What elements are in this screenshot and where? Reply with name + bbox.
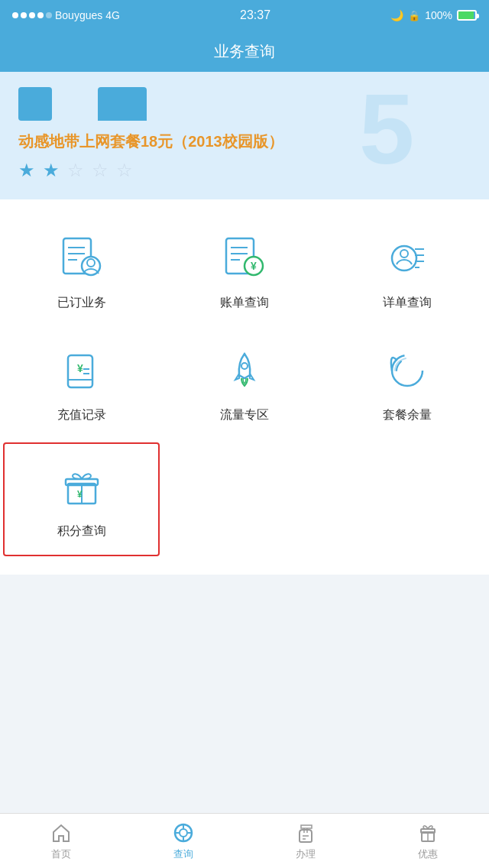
banner-section: 5 动感地带上网套餐18元（2013校园版） ★ ★ ☆ ☆ ☆ — [0, 72, 489, 199]
star-1: ★ — [18, 160, 40, 181]
bill-icon: ¥ — [217, 231, 272, 286]
moon-icon: 🌙 — [390, 9, 403, 21]
subscribed-icon — [54, 231, 109, 286]
tab-item-discount[interactable]: 优惠 — [367, 814, 489, 868]
tab-home-label: 首页 — [51, 847, 71, 861]
recharge-label: 充值记录 — [57, 407, 106, 423]
star-4: ☆ — [92, 160, 113, 181]
grid-item-subscribed[interactable]: 已订业务 — [0, 215, 163, 327]
grid-item-points[interactable]: ¥ 积分查询 — [3, 442, 160, 556]
detail-icon — [380, 231, 435, 286]
star-5: ☆ — [116, 160, 138, 181]
status-bar: Bouygues 4G 23:37 🌙 🔒 100% — [0, 0, 489, 31]
tab-query-label: 查询 — [173, 847, 193, 861]
grid-item-detail[interactable]: 详单查询 — [326, 215, 489, 327]
carrier-label: Bouygues — [55, 9, 102, 21]
banner-icon-2 — [98, 87, 147, 121]
banner-watermark: 5 — [359, 79, 489, 186]
subscribed-label: 已订业务 — [57, 295, 106, 311]
handle-icon — [294, 821, 317, 844]
grid-item-traffic[interactable]: 流量专区 — [163, 327, 325, 439]
discount-icon — [416, 821, 439, 844]
package-icon — [380, 343, 435, 398]
tab-handle-label: 办理 — [296, 847, 316, 861]
grid-section: 已订业务 ¥ 账单查询 — [0, 199, 489, 575]
banner-icon-1 — [18, 87, 52, 121]
page-title: 业务查询 — [214, 41, 275, 62]
signal-dots — [12, 12, 52, 18]
svg-point-13 — [400, 250, 408, 257]
bill-label: 账单查询 — [220, 295, 269, 311]
star-2: ★ — [43, 160, 64, 181]
traffic-label: 流量专区 — [220, 407, 269, 423]
svg-point-23 — [241, 363, 248, 369]
points-label: 积分查询 — [57, 523, 106, 539]
time-label: 23:37 — [240, 8, 270, 22]
tab-bar: 首页 查询 办理 — [0, 813, 489, 868]
menu-grid: 已订业务 ¥ 账单查询 — [0, 215, 489, 559]
package-label: 套餐余量 — [383, 407, 432, 423]
traffic-icon — [217, 343, 272, 398]
recharge-icon: ¥ — [54, 343, 109, 398]
svg-point-30 — [180, 829, 187, 837]
tab-discount-label: 优惠 — [418, 847, 438, 861]
status-left: Bouygues 4G — [12, 9, 120, 21]
network-label: 4G — [105, 9, 120, 21]
battery-label: 100% — [425, 9, 452, 21]
tab-item-home[interactable]: 首页 — [0, 814, 122, 868]
grid-item-package[interactable]: 套餐余量 — [326, 327, 489, 439]
query-icon — [172, 821, 195, 844]
svg-rect-27 — [66, 479, 98, 485]
points-icon: ¥ — [54, 459, 109, 514]
svg-text:¥: ¥ — [77, 489, 83, 500]
svg-text:¥: ¥ — [251, 260, 257, 272]
battery-icon — [457, 10, 477, 21]
page-header: 业务查询 — [0, 31, 489, 72]
status-right: 🌙 🔒 100% — [390, 9, 477, 21]
tab-item-handle[interactable]: 办理 — [244, 814, 367, 868]
detail-label: 详单查询 — [383, 295, 432, 311]
tab-item-query[interactable]: 查询 — [122, 814, 244, 868]
svg-text:¥: ¥ — [77, 362, 83, 374]
grid-item-recharge[interactable]: ¥ 充值记录 — [0, 327, 163, 439]
grid-item-bill[interactable]: ¥ 账单查询 — [163, 215, 325, 327]
home-icon — [50, 821, 73, 844]
lock-icon: 🔒 — [408, 10, 420, 21]
star-3: ☆ — [67, 160, 89, 181]
